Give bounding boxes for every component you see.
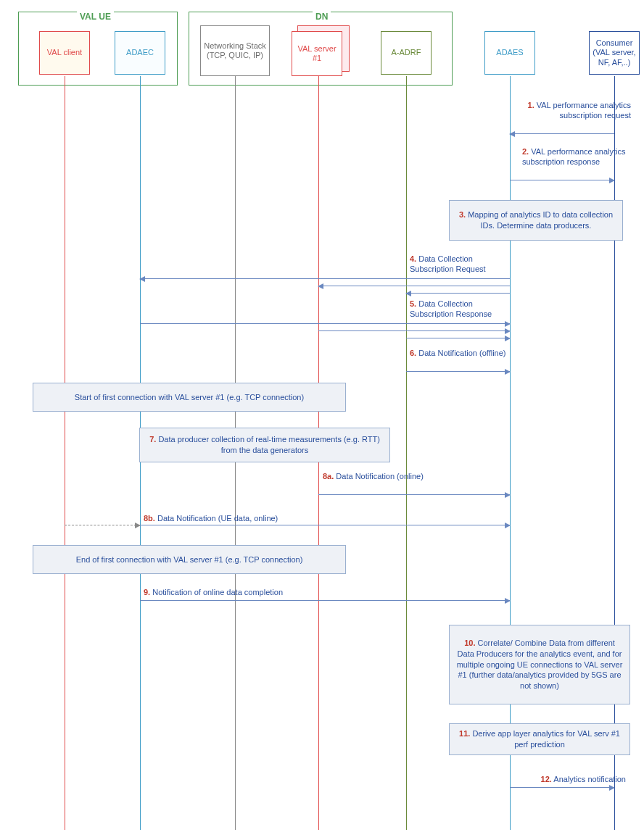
note-end-connection: End of first connection with VAL server … xyxy=(33,545,346,574)
arrow-2 xyxy=(510,180,614,180)
group-label-val-ue: VAL UE xyxy=(77,12,114,22)
msg-2: 2. VAL performance analytics subscriptio… xyxy=(522,146,631,167)
arrow-5a xyxy=(140,323,510,324)
lifeline-adaes xyxy=(510,76,511,830)
msg-1: 1. VAL performance analytics subscriptio… xyxy=(522,100,631,121)
actor-consumer: Consumer (VAL server, NF, AF,..) xyxy=(589,31,640,75)
lifeline-val-client xyxy=(65,76,65,830)
actor-adaec: ADAEC xyxy=(115,31,165,75)
arrow-9 xyxy=(140,600,510,601)
arrow-4c xyxy=(406,293,510,294)
arrow-12 xyxy=(510,787,614,788)
arrow-8b-dashed xyxy=(65,525,140,525)
arrow-4a xyxy=(140,278,510,279)
arrow-5b xyxy=(318,330,510,331)
arrow-8b xyxy=(140,525,510,525)
arrow-6 xyxy=(406,371,510,372)
group-label-dn: DN xyxy=(313,12,331,22)
arrow-5c xyxy=(406,338,510,338)
actor-adaes: ADAES xyxy=(484,31,535,75)
msg-6: 6. Data Notification (offline) xyxy=(410,348,508,358)
note-start-connection: Start of first connection with VAL serve… xyxy=(33,383,346,412)
msg-4: 4. Data Collection Subscription Request xyxy=(410,254,508,275)
actor-val-client: VAL client xyxy=(39,31,90,75)
msg-9: 9. Notification of online data completio… xyxy=(144,587,332,597)
arrow-1 xyxy=(510,133,614,134)
msg-5: 5. Data Collection Subscription Response xyxy=(410,299,508,320)
msg-12: 12. Analytics notification xyxy=(524,774,626,784)
lifeline-consumer xyxy=(614,76,615,830)
lifeline-a-adrf xyxy=(406,76,407,830)
actor-a-adrf: A-ADRF xyxy=(381,31,432,75)
msg-8a: 8a. Data Notification (online) xyxy=(323,471,424,481)
msg-8b: 8b. Data Notification (UE data, online) xyxy=(144,513,303,523)
note-10: 10. Correlate/ Combine Data from differe… xyxy=(449,625,630,704)
sequence-diagram: VAL UE DN VAL client ADAEC Networking St… xyxy=(7,7,638,833)
arrow-8a xyxy=(318,494,510,495)
note-11: 11. Derive app layer analytics for VAL s… xyxy=(449,723,630,755)
actor-networking-stack: Networking Stack (TCP, QUIC, IP) xyxy=(200,25,270,76)
note-3: 3. Mapping of analytics ID to data colle… xyxy=(449,200,623,241)
arrow-4b xyxy=(318,286,510,286)
actor-val-server: VAL server #1 xyxy=(292,31,342,76)
note-7: 7. Data producer collection of real-time… xyxy=(139,428,390,462)
